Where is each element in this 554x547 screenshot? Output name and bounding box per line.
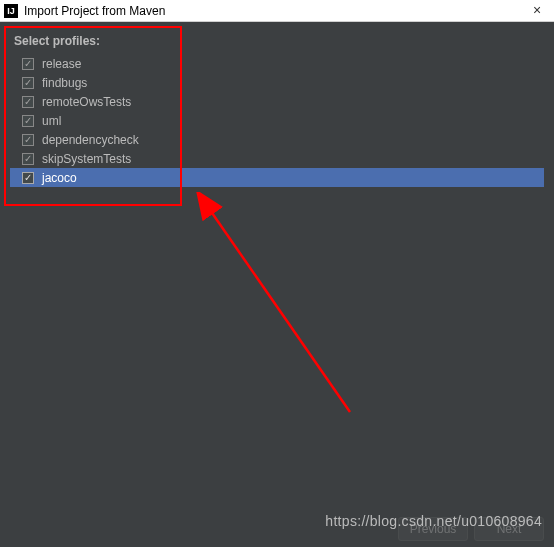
- checkbox-icon[interactable]: [22, 115, 34, 127]
- profile-label: dependencycheck: [42, 133, 139, 147]
- profile-row[interactable]: skipSystemTests: [10, 149, 544, 168]
- previous-button[interactable]: Previous: [398, 517, 468, 541]
- checkbox-icon[interactable]: [22, 134, 34, 146]
- section-label: Select profiles:: [10, 34, 544, 48]
- profile-label: uml: [42, 114, 61, 128]
- checkbox-icon[interactable]: [22, 172, 34, 184]
- button-bar: Previous Next: [398, 517, 544, 541]
- profile-label: release: [42, 57, 81, 71]
- profile-row[interactable]: remoteOwsTests: [10, 92, 544, 111]
- profiles-list: releasefindbugsremoteOwsTestsumldependen…: [10, 54, 544, 187]
- checkbox-icon[interactable]: [22, 77, 34, 89]
- profile-row[interactable]: findbugs: [10, 73, 544, 92]
- checkbox-icon[interactable]: [22, 153, 34, 165]
- svg-line-1: [210, 210, 350, 412]
- profile-label: skipSystemTests: [42, 152, 131, 166]
- profile-row[interactable]: uml: [10, 111, 544, 130]
- profile-label: findbugs: [42, 76, 87, 90]
- checkbox-icon[interactable]: [22, 58, 34, 70]
- profile-row[interactable]: dependencycheck: [10, 130, 544, 149]
- profile-label: jacoco: [42, 171, 77, 185]
- close-icon[interactable]: ×: [528, 2, 546, 18]
- window-title: Import Project from Maven: [24, 4, 165, 18]
- profile-row[interactable]: release: [10, 54, 544, 73]
- app-icon: IJ: [4, 4, 18, 18]
- annotation-arrow: [50, 192, 370, 432]
- checkbox-icon[interactable]: [22, 96, 34, 108]
- next-button[interactable]: Next: [474, 517, 544, 541]
- window-titlebar: IJ Import Project from Maven ×: [0, 0, 554, 22]
- profile-label: remoteOwsTests: [42, 95, 131, 109]
- profile-row[interactable]: jacoco: [10, 168, 544, 187]
- dialog-body: Select profiles: releasefindbugsremoteOw…: [0, 22, 554, 547]
